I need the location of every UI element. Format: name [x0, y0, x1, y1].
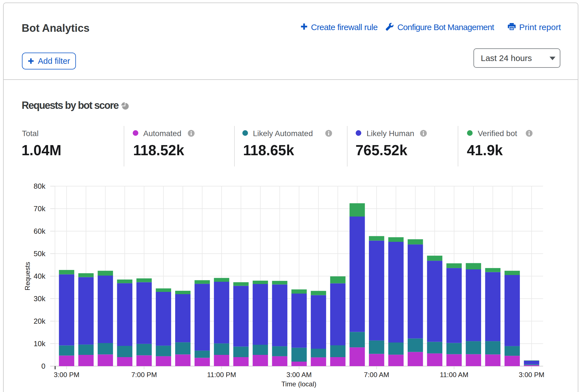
svg-text:50k: 50k	[34, 249, 46, 258]
svg-text:30k: 30k	[34, 294, 46, 303]
svg-text:Requests: Requests	[24, 262, 31, 290]
svg-text:3:00 PM: 3:00 PM	[519, 371, 544, 379]
svg-text:40k: 40k	[34, 272, 46, 280]
svg-text:60k: 60k	[34, 227, 46, 235]
svg-text:11:00 AM: 11:00 AM	[440, 371, 468, 379]
svg-text:80k: 80k	[34, 182, 46, 190]
svg-text:11:00 PM: 11:00 PM	[207, 371, 236, 379]
svg-text:3:00 AM: 3:00 AM	[287, 371, 312, 379]
svg-text:10k: 10k	[34, 339, 46, 348]
svg-text:Time (local): Time (local)	[281, 380, 316, 388]
svg-text:70k: 70k	[34, 204, 46, 213]
svg-text:7:00 AM: 7:00 AM	[364, 371, 389, 379]
svg-text:7:00 PM: 7:00 PM	[131, 371, 157, 379]
svg-text:20k: 20k	[34, 317, 46, 325]
svg-text:0: 0	[41, 362, 45, 370]
svg-text:3:00 PM: 3:00 PM	[54, 371, 79, 379]
